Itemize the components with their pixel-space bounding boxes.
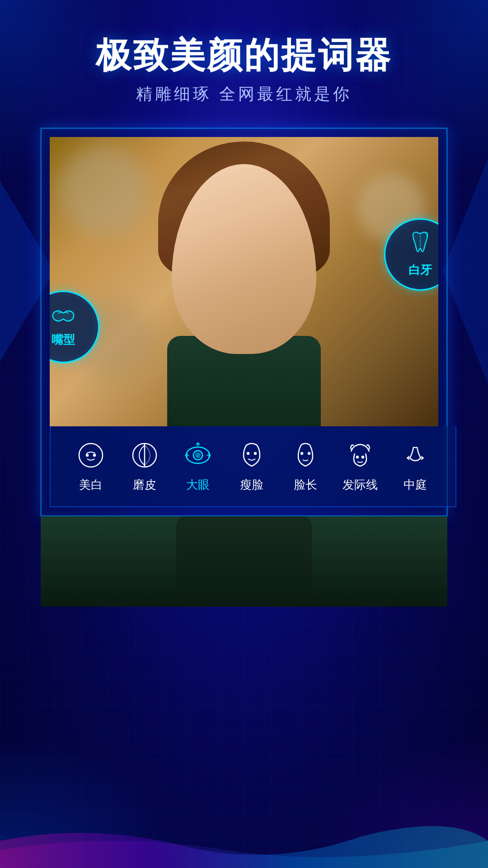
svg-point-18 — [308, 453, 310, 454]
main-content: 极致美颜的提词器 精雕细琢 全网最红就是你 — [0, 0, 488, 868]
photo-bottom — [41, 516, 447, 607]
tooltip-teeth-label: 白牙 — [408, 262, 432, 278]
mopi-label: 磨皮 — [133, 477, 156, 493]
main-title: 极致美颜的提词器 — [96, 36, 392, 75]
tool-lianchang[interactable]: 脸长 — [289, 439, 322, 493]
tool-zhonting[interactable]: 中庭 — [399, 439, 432, 493]
meipi-label: 美白 — [79, 477, 103, 493]
svg-point-19 — [357, 456, 358, 458]
tool-mopi[interactable]: 磨皮 — [128, 439, 161, 493]
svg-point-5 — [86, 454, 88, 456]
bokeh-1 — [59, 146, 149, 236]
mopi-icon — [128, 439, 161, 472]
zhonting-icon — [399, 439, 432, 472]
tool-shoulian[interactable]: 瘦脸 — [235, 439, 268, 493]
tool-dayan[interactable]: 大眼 — [182, 439, 214, 493]
svg-point-16 — [254, 453, 256, 454]
svg-point-15 — [247, 453, 249, 454]
tool-meipi[interactable]: 美白 — [75, 439, 107, 493]
meipi-icon — [75, 439, 107, 472]
dayan-label: 大眼 — [186, 477, 210, 493]
shoulian-label: 瘦脸 — [240, 477, 263, 493]
photo-bg — [50, 137, 438, 426]
svg-point-4 — [79, 443, 103, 467]
svg-point-2 — [426, 235, 427, 236]
fajixian-icon — [344, 439, 376, 472]
header: 极致美颜的提词器 精雕细琢 全网最红就是你 — [96, 0, 392, 105]
svg-point-17 — [301, 453, 303, 454]
svg-point-20 — [362, 456, 364, 458]
toolbar: 美白 磨皮 — [50, 426, 456, 507]
tooltip-lips-label: 嘴型 — [52, 332, 75, 348]
photo-frame-wrapper: 白牙 嘴型 — [41, 128, 447, 607]
svg-point-11 — [196, 453, 200, 458]
svg-point-3 — [427, 234, 428, 235]
photo-frame-outer: 白牙 嘴型 — [41, 128, 447, 516]
lips-icon — [50, 306, 76, 330]
svg-point-1 — [425, 232, 427, 234]
zhonting-label: 中庭 — [404, 477, 427, 493]
photo-container: 白牙 嘴型 — [50, 137, 438, 426]
sub-title: 精雕细琢 全网最红就是你 — [96, 83, 392, 105]
lianchang-label: 脸长 — [294, 477, 317, 493]
shoulian-icon — [235, 439, 268, 472]
tool-fajixian[interactable]: 发际线 — [343, 439, 378, 493]
lianchang-icon — [289, 439, 322, 472]
teeth-icon — [408, 231, 432, 260]
dayan-icon — [182, 439, 214, 472]
fajixian-label: 发际线 — [343, 477, 378, 493]
svg-point-6 — [94, 454, 95, 456]
